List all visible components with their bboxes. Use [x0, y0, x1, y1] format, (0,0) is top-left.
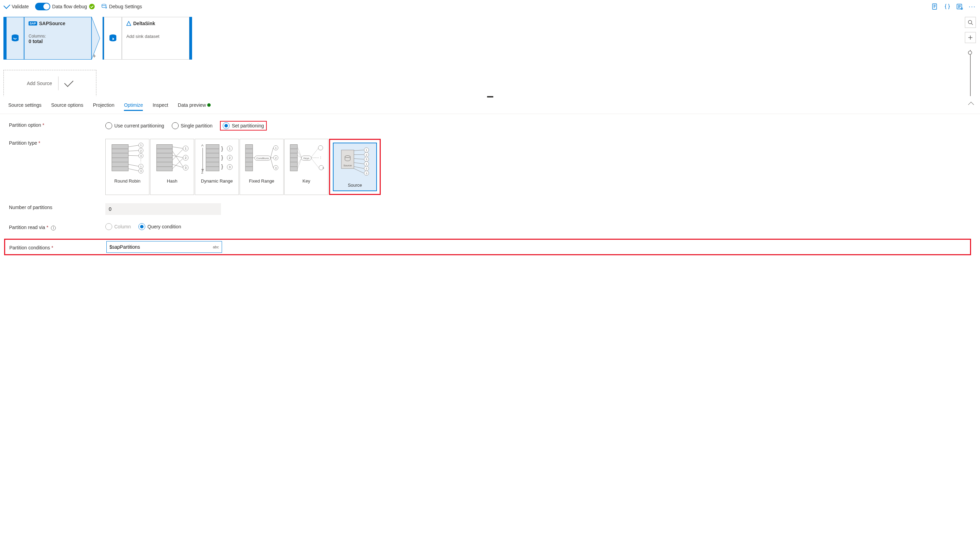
svg-text:1: 1 — [229, 147, 231, 150]
svg-line-113 — [354, 162, 364, 164]
svg-text:Conditions: Conditions — [257, 157, 269, 160]
tab-source-settings[interactable]: Source settings — [8, 100, 42, 111]
chevron-down-icon — [64, 78, 74, 87]
svg-point-103 — [318, 145, 323, 150]
svg-line-18 — [128, 155, 139, 156]
svg-text:2: 2 — [275, 156, 276, 159]
debug-toggle[interactable] — [35, 3, 50, 10]
svg-text:A: A — [201, 143, 204, 147]
delta-icon — [126, 21, 131, 26]
svg-text:3: 3 — [229, 165, 231, 169]
svg-text:Source: Source — [344, 164, 352, 167]
svg-line-80 — [270, 158, 273, 168]
svg-text:1: 1 — [366, 148, 367, 151]
svg-text:3: 3 — [275, 166, 276, 169]
conditions-input[interactable] — [110, 244, 213, 250]
tab-source-options[interactable]: Source options — [51, 100, 83, 111]
read-via-label: Partition read via * i — [9, 223, 105, 230]
radio-query-condition[interactable]: Query condition — [138, 223, 181, 230]
debug-settings-icon — [101, 3, 107, 10]
svg-marker-6 — [92, 17, 100, 59]
svg-line-16 — [128, 145, 139, 147]
ptype-round-robin[interactable]: 12313⋮ Round Robin — [105, 139, 149, 195]
svg-text:2: 2 — [366, 167, 367, 170]
abc-indicator: abc — [213, 245, 219, 249]
radio-column: Column — [105, 223, 131, 230]
svg-line-115 — [354, 168, 364, 173]
svg-line-100 — [311, 148, 318, 157]
panel-tabs: Source settings Source options Projectio… — [0, 97, 980, 114]
svg-text:Z: Z — [201, 171, 203, 174]
ptype-source[interactable]: Source123123 Source — [333, 143, 377, 191]
svg-line-110 — [354, 150, 364, 151]
svg-text:Keys: Keys — [303, 157, 309, 160]
svg-text:3: 3 — [366, 172, 367, 175]
search-canvas-button[interactable] — [965, 17, 976, 28]
add-source-label: Add Source — [27, 80, 52, 86]
svg-text:}: } — [221, 163, 223, 170]
source-db-icon — [10, 33, 20, 43]
source-node[interactable]: SAPSAPSource Columns: 0 total + — [3, 17, 100, 59]
zoom-in-button[interactable] — [965, 32, 976, 43]
svg-text:1: 1 — [140, 165, 141, 168]
svg-text:}: } — [221, 145, 223, 152]
radio-single-partition[interactable]: Single partition — [172, 122, 213, 129]
svg-line-95 — [298, 147, 301, 157]
tab-projection[interactable]: Projection — [93, 100, 114, 111]
zoom-slider[interactable] — [970, 50, 971, 96]
collapse-panel-button[interactable] — [969, 102, 973, 108]
tab-data-preview[interactable]: Data preview — [178, 100, 211, 111]
sink-db-icon — [108, 33, 118, 43]
top-toolbar: Validate Data flow debug Debug Settings … — [0, 0, 980, 13]
braces-icon[interactable] — [944, 3, 951, 10]
validate-button[interactable]: Validate — [4, 4, 29, 9]
conditions-label: Partition conditions * — [9, 243, 106, 250]
dataflow-canvas: SAPSAPSource Columns: 0 total + DeltaSin… — [0, 13, 980, 96]
svg-point-9 — [968, 20, 972, 24]
script-icon[interactable] — [931, 3, 938, 10]
partition-type-label: Partition type * — [9, 139, 105, 146]
properties-icon[interactable] — [956, 3, 963, 10]
svg-text:1: 1 — [275, 146, 276, 149]
svg-line-40 — [172, 155, 184, 158]
ptype-key[interactable]: Keys⋮n Key — [284, 139, 328, 195]
tab-inspect[interactable]: Inspect — [152, 100, 168, 111]
num-partitions-input[interactable] — [105, 203, 221, 215]
svg-point-5 — [13, 38, 14, 39]
svg-text:2: 2 — [185, 156, 187, 159]
num-partitions-label: Number of partitions — [9, 203, 105, 210]
svg-line-102 — [311, 158, 318, 168]
ptype-hash[interactable]: 123 Hash — [150, 139, 194, 195]
svg-line-38 — [172, 147, 184, 148]
svg-text:2: 2 — [229, 156, 231, 159]
ptype-dynamic-range[interactable]: AZ}}}123 Dynamic Range — [195, 139, 239, 195]
status-ok-icon — [89, 4, 95, 9]
ptype-fixed-range[interactable]: Conditions123 Fixed Range — [240, 139, 284, 195]
svg-text:}: } — [221, 154, 223, 161]
info-icon[interactable]: i — [51, 226, 56, 230]
debug-toggle-group: Data flow debug — [35, 3, 95, 10]
svg-line-19 — [128, 164, 139, 166]
tab-optimize[interactable]: Optimize — [124, 100, 143, 111]
svg-text:2: 2 — [366, 153, 367, 156]
svg-text:3: 3 — [366, 158, 367, 161]
svg-text:2: 2 — [140, 149, 141, 152]
svg-line-20 — [128, 169, 139, 171]
sink-node[interactable]: DeltaSink Add sink dataset — [103, 17, 192, 59]
more-icon[interactable]: ··· — [969, 3, 976, 10]
svg-text:1: 1 — [366, 162, 367, 166]
svg-line-17 — [128, 151, 139, 151]
svg-text:1: 1 — [185, 147, 187, 150]
svg-line-99 — [298, 159, 301, 169]
debug-settings-button[interactable]: Debug Settings — [101, 3, 142, 10]
svg-text:⋮: ⋮ — [139, 159, 142, 162]
add-source-button[interactable]: Add Source — [3, 70, 97, 96]
svg-text:3: 3 — [140, 169, 141, 172]
radio-current-partitioning[interactable]: Use current partitioning — [105, 122, 164, 129]
radio-set-partitioning[interactable]: Set partitioning — [223, 122, 264, 129]
sap-icon: SAP — [29, 21, 37, 26]
svg-text:3: 3 — [185, 166, 187, 169]
svg-text:⋮: ⋮ — [319, 156, 322, 159]
debug-toggle-label: Data flow debug — [52, 4, 87, 9]
optimize-form: Partition option * Use current partition… — [0, 114, 980, 262]
